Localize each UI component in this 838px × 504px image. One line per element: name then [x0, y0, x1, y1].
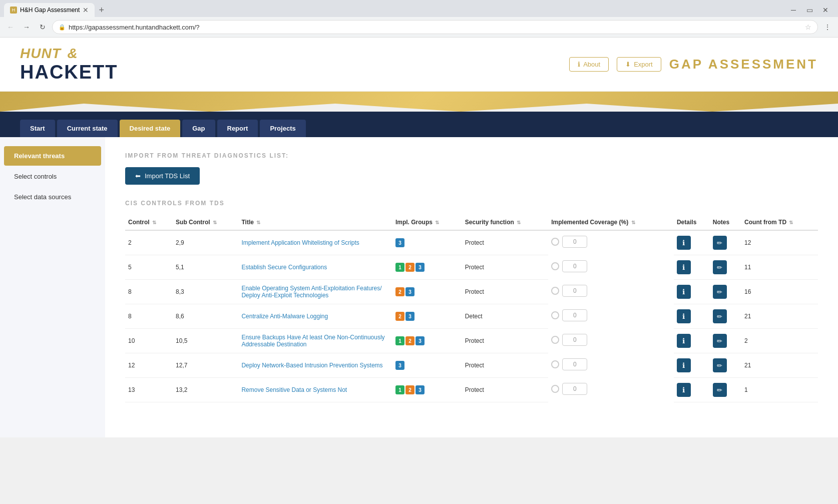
coverage-radio[interactable]: [551, 360, 559, 368]
app-header: HUNT & HACKETT ℹ About ⬇ Export GAP ASSE…: [0, 38, 838, 92]
title-link[interactable]: Ensure Backups Have At least One Non-Con…: [241, 334, 384, 348]
cell-details: ℹ: [674, 378, 710, 402]
tab-gap[interactable]: Gap: [182, 120, 215, 137]
tab-report[interactable]: Report: [217, 120, 258, 137]
main-content: IMPORT FROM THREAT DIAGNOSTICS LIST: ⬅ I…: [105, 137, 838, 437]
col-title: Title ⇅: [238, 215, 392, 230]
coverage-radio[interactable]: [551, 311, 559, 319]
info-icon: ℹ: [578, 61, 580, 68]
coverage-radio[interactable]: [551, 336, 559, 344]
cell-control: 13: [125, 378, 173, 402]
cell-control: 12: [125, 353, 173, 378]
coverage-input[interactable]: [562, 309, 587, 321]
coverage-input[interactable]: [562, 383, 587, 395]
import-tds-list-button[interactable]: ⬅ Import TDS List: [125, 167, 200, 185]
detail-button[interactable]: ℹ: [677, 334, 691, 348]
coverage-radio[interactable]: [551, 238, 559, 246]
sort-icon-sub-control[interactable]: ⇅: [213, 220, 217, 225]
tab-close-btn[interactable]: ✕: [83, 6, 89, 14]
detail-button[interactable]: ℹ: [677, 309, 691, 323]
edit-button[interactable]: ✏: [713, 236, 727, 250]
coverage-radio[interactable]: [551, 262, 559, 270]
extensions-btn[interactable]: ⋮: [821, 21, 834, 34]
about-button[interactable]: ℹ About: [569, 57, 609, 72]
cell-count-from-td: 11: [741, 255, 818, 280]
cell-impl-groups: 23: [392, 304, 462, 329]
maximize-btn[interactable]: ▭: [803, 4, 816, 17]
cell-count-from-td: 16: [741, 280, 818, 304]
coverage-radio[interactable]: [551, 385, 559, 393]
title-link[interactable]: Enable Operating System Anti-Exploitatio…: [241, 285, 381, 299]
cell-count-from-td: 21: [741, 353, 818, 378]
cell-impl-groups: 123: [392, 378, 462, 402]
title-link[interactable]: Deploy Network-Based Intrusion Preventio…: [241, 362, 382, 369]
detail-button[interactable]: ℹ: [677, 260, 691, 274]
cell-coverage: [548, 231, 674, 253]
star-icon[interactable]: ☆: [805, 23, 811, 31]
cell-notes: ✏: [710, 304, 741, 329]
cell-notes: ✏: [710, 378, 741, 402]
coverage-input[interactable]: [562, 260, 587, 272]
detail-button[interactable]: ℹ: [677, 383, 691, 397]
sort-icon-impl[interactable]: ⇅: [435, 220, 439, 225]
cell-count-from-td: 2: [741, 329, 818, 353]
coverage-input[interactable]: [562, 285, 587, 297]
sidebar-item-select-data-sources[interactable]: Select data sources: [4, 187, 101, 207]
cell-count-from-td: 12: [741, 230, 818, 255]
cell-security-function: Protect: [462, 230, 548, 255]
detail-button[interactable]: ℹ: [677, 236, 691, 250]
reload-btn[interactable]: ↻: [36, 21, 49, 34]
detail-button[interactable]: ℹ: [677, 285, 691, 299]
cell-details: ℹ: [674, 329, 710, 353]
forward-btn[interactable]: →: [20, 21, 33, 34]
browser-tab[interactable]: H H&H Gap Assessment ✕: [4, 3, 95, 17]
col-control: Control ⇅: [125, 215, 173, 230]
address-bar[interactable]: 🔒 https://gapassessment.huntandhackett.c…: [52, 20, 818, 34]
coverage-radio[interactable]: [551, 287, 559, 295]
sort-icon-coverage[interactable]: ⇅: [631, 220, 635, 225]
edit-button[interactable]: ✏: [713, 260, 727, 274]
coverage-input[interactable]: [562, 358, 587, 370]
cell-details: ℹ: [674, 255, 710, 280]
back-btn[interactable]: ←: [4, 21, 17, 34]
minimize-btn[interactable]: ─: [787, 4, 800, 17]
title-link[interactable]: Centralize Anti-Malware Logging: [241, 313, 328, 320]
impl-group-badge: 2: [405, 385, 414, 394]
sidebar-item-relevant-threats[interactable]: Relevant threats: [4, 146, 101, 166]
tab-projects[interactable]: Projects: [260, 120, 305, 137]
edit-button[interactable]: ✏: [713, 383, 727, 397]
coverage-input[interactable]: [562, 236, 587, 248]
cell-notes: ✏: [710, 255, 741, 280]
new-tab-button[interactable]: +: [95, 5, 108, 16]
title-link[interactable]: Establish Secure Configurations: [241, 264, 327, 271]
coverage-input[interactable]: [562, 334, 587, 346]
title-link[interactable]: Remove Sensitive Data or Systems Not: [241, 386, 347, 393]
cell-coverage: [548, 353, 674, 375]
export-button[interactable]: ⬇ Export: [617, 57, 661, 72]
logo-hunt: HUNT &: [20, 46, 118, 62]
impl-group-badge: 2: [405, 336, 414, 345]
close-window-btn[interactable]: ✕: [819, 4, 832, 17]
title-link[interactable]: Implement Application Whitelisting of Sc…: [241, 239, 359, 246]
sidebar-item-select-controls[interactable]: Select controls: [4, 167, 101, 186]
edit-button[interactable]: ✏: [713, 358, 727, 372]
cell-notes: ✏: [710, 280, 741, 304]
detail-button[interactable]: ℹ: [677, 358, 691, 372]
logo: HUNT & HACKETT: [20, 46, 118, 83]
tab-desired-state[interactable]: Desired state: [120, 120, 181, 137]
tab-start[interactable]: Start: [20, 120, 55, 137]
tab-title: H&H Gap Assessment: [20, 7, 80, 14]
sort-icon-count[interactable]: ⇅: [789, 220, 793, 225]
col-security-function: Security function ⇅: [462, 215, 548, 230]
sort-icon-control[interactable]: ⇅: [152, 220, 156, 225]
edit-button[interactable]: ✏: [713, 285, 727, 299]
cell-sub-control: 8,6: [173, 304, 238, 329]
lock-icon: 🔒: [59, 24, 66, 31]
cell-impl-groups: 23: [392, 280, 462, 304]
edit-button[interactable]: ✏: [713, 334, 727, 348]
tab-current-state[interactable]: Current state: [57, 120, 118, 137]
sort-icon-title[interactable]: ⇅: [256, 220, 260, 225]
impl-group-badge: 1: [395, 263, 404, 272]
sort-icon-security[interactable]: ⇅: [517, 220, 521, 225]
edit-button[interactable]: ✏: [713, 309, 727, 323]
